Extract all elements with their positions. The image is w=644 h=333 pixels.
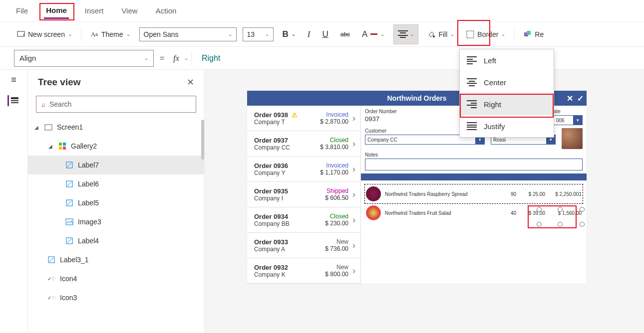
tree-node-label7[interactable]: Label7 [28, 156, 204, 174]
align-right-option[interactable]: Right [460, 93, 554, 115]
align-button[interactable]: ⌄ [393, 24, 418, 44]
fx-button[interactable]: fx⌄ [170, 52, 191, 65]
node-label: Screen1 [57, 123, 83, 131]
order-amount: $ 800.00 [325, 271, 348, 278]
node-label: Label4 [78, 237, 99, 245]
fx-icon: fx [173, 54, 181, 63]
node-label: Gallery2 [71, 142, 97, 150]
line-item[interactable]: Northwind Traders Raspberry Spread90$ 25… [365, 184, 583, 203]
order-id: Order 0936 [254, 162, 320, 169]
fill-button[interactable]: Fill ⌄ [424, 28, 457, 40]
order-status: Closed [325, 213, 348, 220]
order-row[interactable]: Order 0934Company BBClosed$ 230.00› [247, 207, 360, 233]
fill-label: Fill [438, 30, 447, 38]
order-status: Invoiced [320, 111, 348, 118]
border-label: Border [477, 30, 498, 38]
close-icon[interactable]: ✕ [187, 77, 194, 88]
formula-input[interactable]: Right [192, 54, 220, 63]
order-status: Invoiced [320, 162, 348, 169]
new-screen-label: New screen [28, 30, 65, 38]
tree-node-screen[interactable]: ◢ Screen1 [28, 118, 204, 137]
menu-file[interactable]: File [14, 3, 30, 18]
font-color-button[interactable]: A⌄ [359, 27, 387, 41]
theme-button[interactable]: Aa Theme ⌄ [87, 28, 133, 40]
font-size-select[interactable]: 13 ⌄ [243, 27, 274, 41]
order-row[interactable]: Order 0933Company ANew$ 736.00› [247, 233, 360, 258]
product-thumb [366, 205, 381, 220]
menu-insert[interactable]: Insert [83, 3, 106, 18]
ribbon: New screen ⌄ Aa Theme ⌄ Open Sans ⌄ 13 ⌄… [0, 22, 644, 47]
font-select[interactable]: Open Sans ⌄ [139, 27, 237, 41]
tree-node-image3[interactable]: Image3 [28, 212, 204, 231]
align-left-option[interactable]: Left [460, 49, 554, 71]
screen-icon [44, 123, 53, 132]
tree-node-label5[interactable]: Label5 [28, 193, 204, 212]
tree-node-icon3[interactable]: ✓♡ Icon3 [28, 288, 204, 307]
order-row[interactable]: Order 0936Company YInvoiced$ 1,170.00› [247, 157, 360, 182]
tree-node-label3[interactable]: Label3_1 [28, 250, 204, 269]
image-icon [65, 217, 74, 226]
italic-button[interactable]: I [305, 27, 314, 41]
hamburger-icon[interactable]: ≡ [11, 75, 16, 85]
check-icon[interactable]: ✓ [577, 94, 584, 103]
date-label: ate [554, 109, 583, 114]
property-select[interactable]: Align ⌄ [14, 50, 154, 67]
opt-label: Justify [484, 122, 505, 131]
line-qty: 90 [496, 191, 516, 197]
canvas[interactable]: Northwind Orders ✕ ✓ Order 0938 ⚠Company… [205, 70, 644, 333]
bold-button[interactable]: B ⌄ [280, 27, 299, 41]
reorder-button[interactable]: Re [521, 28, 547, 40]
top-menu: File Home Insert View Action [0, 0, 644, 22]
opt-label: Left [484, 56, 496, 65]
chevron-right-icon: › [352, 139, 355, 149]
search-input[interactable]: ⌕ Search [36, 96, 196, 113]
tree-node-icon4[interactable]: ✓♡ Icon4 [28, 269, 204, 288]
order-company: Company T [254, 119, 320, 126]
order-amount: $ 230.00 [325, 220, 348, 227]
order-row[interactable]: Order 0932Company KNew$ 800.00› [247, 258, 360, 284]
order-company: Company I [254, 195, 325, 202]
label-icon [47, 255, 56, 264]
order-row[interactable]: Order 0938 ⚠Company TInvoiced$ 2,870.00› [247, 106, 360, 131]
menu-view[interactable]: View [119, 3, 139, 18]
notes-input[interactable] [365, 159, 583, 170]
strike-button[interactable]: abc [337, 29, 353, 40]
order-status: Closed [320, 137, 348, 144]
theme-icon: Aa [90, 30, 98, 38]
order-row[interactable]: Order 0935Company IShipped$ 606.50› [247, 182, 360, 207]
chevron-right-icon: › [352, 164, 355, 174]
new-screen-button[interactable]: New screen ⌄ [14, 28, 75, 40]
tree-view-rail[interactable] [7, 95, 18, 106]
order-amount: $ 3,810.00 [320, 144, 348, 151]
chevron-down-icon: ⌄ [292, 31, 296, 37]
close-icon[interactable]: ✕ [567, 94, 573, 103]
align-center-option[interactable]: Center [460, 71, 554, 93]
search-placeholder: Search [49, 100, 71, 108]
theme-label: Theme [101, 30, 123, 38]
tree-node-label6[interactable]: Label6 [28, 174, 204, 193]
scrollbar[interactable] [201, 120, 204, 160]
tree-node-gallery[interactable]: ◢ Gallery2 [28, 137, 204, 156]
date-field[interactable]: 006 [554, 115, 583, 125]
opt-label: Right [484, 100, 501, 109]
order-row[interactable]: Order 0937Company CCClosed$ 3,810.00› [247, 131, 360, 157]
node-label: Image3 [78, 218, 101, 226]
selection-handles[interactable] [537, 207, 585, 227]
chevron-right-icon: › [352, 113, 355, 124]
align-justify-icon [467, 122, 477, 130]
tree-body: ◢ Screen1 ◢ Gallery2 Label7Label6Label5I… [28, 118, 204, 333]
svg-rect-2 [467, 31, 474, 38]
chevron-down-icon: ⌄ [68, 31, 72, 37]
left-rail: ≡ [0, 70, 28, 333]
node-label: Label3_1 [60, 256, 89, 264]
underline-button[interactable]: U [319, 27, 331, 41]
border-button[interactable]: Border ⌄ [463, 28, 508, 40]
opt-label: Center [484, 78, 506, 87]
menu-action[interactable]: Action [154, 3, 179, 18]
align-justify-option[interactable]: Justify [460, 115, 554, 137]
node-label: Label5 [78, 199, 99, 207]
menu-home[interactable]: Home [44, 3, 69, 19]
chevron-down-icon: ⌄ [126, 31, 130, 37]
tree-node-label4[interactable]: Label4 [28, 231, 204, 250]
fill-icon [427, 30, 435, 38]
